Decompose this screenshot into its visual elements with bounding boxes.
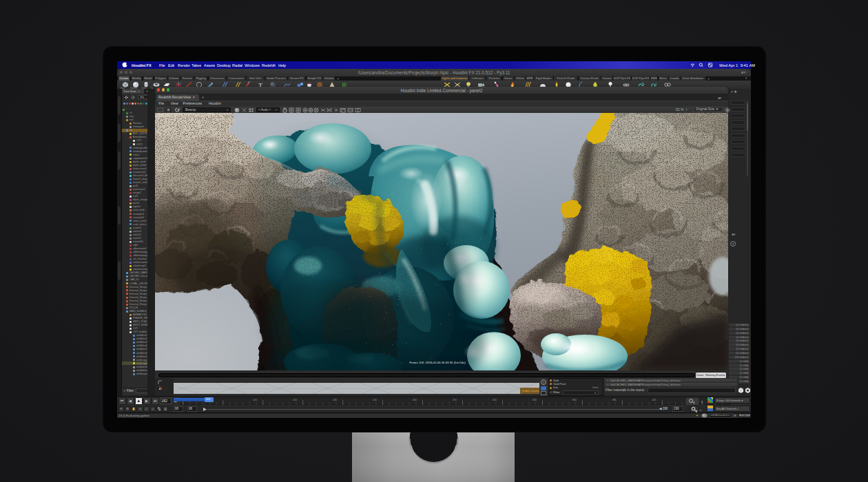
svg-text:150: 150	[293, 398, 297, 401]
svg-text:240: 240	[413, 398, 417, 401]
svg-text:▾: ▾	[701, 400, 703, 404]
svg-text:390: 390	[612, 398, 617, 401]
svg-text:120: 120	[253, 398, 257, 401]
svg-text:Frame 102: 2026-02-06 20:03:50: Frame 102: 2026-02-06 20:03:50 (1m:54s)	[409, 361, 466, 364]
svg-text:300: 300	[493, 398, 497, 401]
svg-text:210: 210	[373, 398, 377, 401]
svg-text:▾: ▾	[700, 408, 701, 412]
svg-text:420: 420	[652, 398, 657, 401]
svg-text:330: 330	[533, 398, 537, 401]
svg-text:360: 360	[572, 398, 577, 401]
svg-text:Indie License: Indie License	[522, 389, 539, 392]
svg-text:180: 180	[333, 398, 337, 401]
svg-text:270: 270	[453, 398, 457, 401]
